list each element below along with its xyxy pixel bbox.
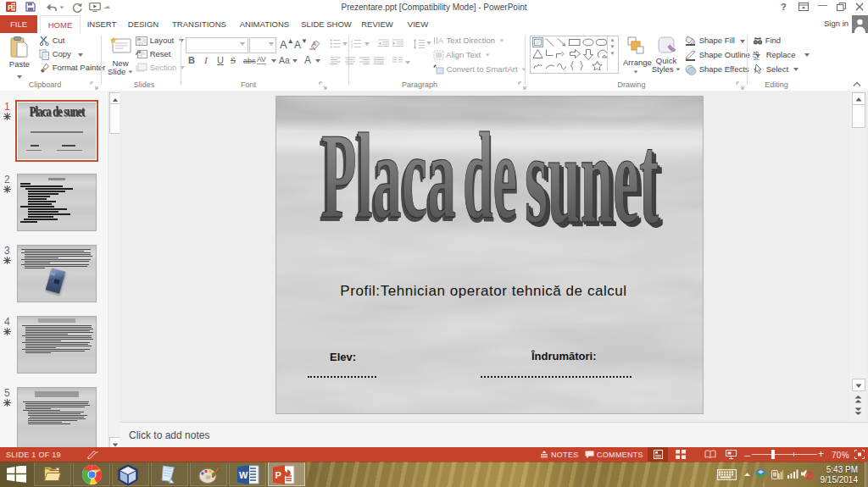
svg-text:A: A	[438, 36, 443, 45]
svg-text:3: 3	[351, 45, 353, 48]
svg-text:W: W	[239, 470, 248, 480]
svg-text:de: de	[463, 108, 517, 245]
svg-text:Placa: Placa	[321, 108, 456, 243]
svg-text:ac: ac	[754, 55, 760, 61]
svg-text:sunet: sunet	[525, 108, 659, 250]
svg-text:A: A	[312, 41, 316, 47]
svg-text:P: P	[275, 470, 281, 480]
